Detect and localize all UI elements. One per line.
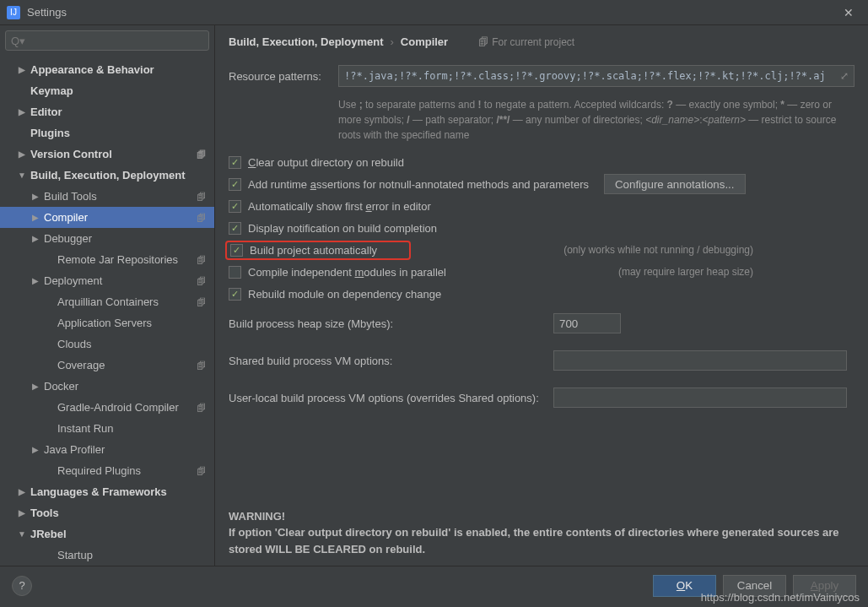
project-badge-icon: 🗐: [197, 297, 206, 307]
sidebar-item-instant-run[interactable]: Instant Run: [0, 418, 214, 439]
sidebar-item-label: Instant Run: [57, 422, 114, 435]
notify-label: Display notification on build completion: [248, 222, 437, 235]
close-icon[interactable]: ✕: [836, 6, 861, 19]
shared-vm-label: Shared build process VM options:: [229, 355, 553, 367]
auto-error-checkbox[interactable]: [229, 200, 241, 213]
tree-arrow-icon[interactable]: ▶: [30, 234, 40, 243]
tree-arrow-icon[interactable]: ▶: [17, 508, 27, 518]
expand-icon[interactable]: ⤢: [840, 70, 849, 82]
for-current-project: 🗐For current project: [478, 36, 574, 48]
tree-arrow-icon[interactable]: ▼: [17, 529, 27, 539]
sidebar-item-label: Clouds: [57, 338, 91, 350]
sidebar-item-jrebel[interactable]: ▼JRebel: [0, 523, 214, 545]
sidebar-item-label: Plugins: [30, 127, 70, 139]
auto-build-row: Build project automatically (only works …: [229, 240, 855, 260]
sidebar-item-clouds[interactable]: Clouds: [0, 333, 214, 355]
rebuild-dep-row: Rebuild module on dependency change: [229, 284, 855, 304]
sidebar-item-arquillian-containers[interactable]: Arquillian Containers🗐: [0, 291, 214, 312]
project-badge-icon: 🗐: [197, 276, 206, 286]
parallel-row: Compile independent modules in parallel …: [229, 262, 855, 282]
project-badge-icon: 🗐: [197, 360, 206, 371]
local-vm-row: User-local build process VM options (ove…: [229, 388, 855, 408]
sidebar-item-debugger[interactable]: ▶Debugger: [0, 228, 214, 249]
sidebar-item-appearance-behavior[interactable]: ▶Appearance & Behavior: [0, 59, 214, 80]
tree-arrow-icon[interactable]: ▼: [17, 171, 27, 180]
sidebar-item-build-tools[interactable]: ▶Build Tools🗐: [0, 186, 214, 207]
sidebar-item-gradle-android-compiler[interactable]: Gradle-Android Compiler🗐: [0, 397, 214, 418]
sidebar-item-label: Keymap: [30, 84, 73, 97]
sidebar-item-label: Build Tools: [44, 190, 97, 203]
sidebar-item-label: Required Plugins: [57, 464, 141, 477]
titlebar: IJ Settings ✕: [0, 0, 868, 25]
content-panel: Build, Execution, Deployment › Compiler …: [215, 25, 868, 566]
sidebar-item-tools[interactable]: ▶Tools: [0, 502, 214, 523]
tree-arrow-icon[interactable]: ▶: [17, 107, 27, 117]
app-icon: IJ: [7, 6, 20, 19]
sidebar-item-docker[interactable]: ▶Docker: [0, 376, 214, 397]
sidebar-item-plugins[interactable]: Plugins: [0, 122, 214, 144]
sidebar-item-remote-jar-repositories[interactable]: Remote Jar Repositories🗐: [0, 249, 214, 270]
assertions-label: Add runtime assertions for notnull-annot…: [248, 178, 589, 191]
configure-annotations-button[interactable]: Configure annotations...: [604, 174, 746, 194]
warning-body: If option 'Clear output directory on reb…: [229, 526, 839, 556]
sidebar-item-coverage[interactable]: Coverage🗐: [0, 355, 214, 376]
tree-arrow-icon[interactable]: ▶: [30, 192, 40, 201]
project-badge-icon: 🗐: [197, 149, 206, 160]
tree-arrow-icon[interactable]: ▶: [17, 487, 27, 496]
tree-arrow-icon[interactable]: ▶: [30, 445, 40, 454]
sidebar-item-java-profiler[interactable]: ▶Java Profiler: [0, 439, 214, 460]
heap-row: Build process heap size (Mbytes):: [229, 313, 855, 333]
sidebar-item-editor[interactable]: ▶Editor: [0, 101, 214, 122]
sidebar-item-application-servers[interactable]: Application Servers: [0, 312, 214, 333]
sidebar-item-label: Compiler: [44, 211, 88, 224]
shared-vm-row: Shared build process VM options:: [229, 350, 855, 371]
sidebar-item-label: Debugger: [44, 232, 92, 245]
project-badge-icon: 🗐: [197, 192, 206, 202]
sidebar-item-required-plugins[interactable]: Required Plugins🗐: [0, 460, 214, 481]
breadcrumb: Build, Execution, Deployment › Compiler …: [229, 25, 855, 55]
sidebar-item-label: JRebel: [30, 528, 67, 540]
tree-arrow-icon[interactable]: ▶: [30, 382, 40, 391]
sidebar-item-label: Docker: [44, 380, 78, 393]
tree-arrow-icon[interactable]: ▶: [30, 213, 40, 222]
local-vm-input[interactable]: [553, 388, 847, 408]
notify-checkbox[interactable]: [229, 222, 241, 235]
tree-arrow-icon[interactable]: ▶: [17, 149, 27, 159]
help-button[interactable]: ?: [12, 576, 32, 596]
window-title: Settings: [27, 6, 836, 19]
sidebar-item-languages-frameworks[interactable]: ▶Languages & Frameworks: [0, 481, 214, 502]
local-vm-label: User-local build process VM options (ove…: [229, 392, 553, 404]
sidebar-item-label: Editor: [30, 106, 62, 118]
sidebar-item-label: Arquillian Containers: [57, 295, 159, 308]
tree-arrow-icon[interactable]: ▶: [30, 276, 40, 285]
settings-tree: ▶Appearance & BehaviorKeymap▶EditorPlugi…: [0, 56, 214, 566]
sidebar-item-compiler[interactable]: ▶Compiler🗐: [0, 207, 214, 228]
clear-output-label: Clear output directory on rebuild: [248, 156, 404, 169]
rebuild-dep-checkbox[interactable]: [229, 288, 241, 301]
auto-build-highlight: Build project automatically: [225, 241, 411, 260]
assertions-checkbox[interactable]: [229, 178, 241, 191]
sidebar-item-build-execution-deployment[interactable]: ▼Build, Execution, Deployment: [0, 165, 214, 186]
parallel-checkbox[interactable]: [229, 266, 241, 279]
auto-build-checkbox[interactable]: [230, 244, 243, 257]
sidebar-item-label: Coverage: [57, 359, 105, 371]
search-input[interactable]: Q▾: [5, 30, 209, 51]
breadcrumb-separator: ›: [390, 35, 393, 48]
breadcrumb-main[interactable]: Build, Execution, Deployment: [229, 35, 383, 48]
sidebar-item-label: Remote Jar Repositories: [57, 253, 178, 266]
tree-arrow-icon[interactable]: ▶: [17, 65, 27, 74]
sidebar-item-deployment[interactable]: ▶Deployment🗐: [0, 270, 214, 291]
shared-vm-input[interactable]: [553, 350, 847, 371]
clear-output-checkbox[interactable]: [229, 156, 241, 169]
sidebar-item-startup[interactable]: Startup: [0, 545, 214, 566]
sidebar: Q▾ ▶Appearance & BehaviorKeymap▶EditorPl…: [0, 25, 215, 566]
sidebar-item-label: Application Servers: [57, 317, 152, 329]
auto-error-row: Automatically show first error in editor: [229, 196, 855, 216]
project-badge-icon: 🗐: [197, 213, 206, 223]
rebuild-dep-label: Rebuild module on dependency change: [248, 288, 441, 301]
sidebar-item-label: Version Control: [30, 148, 112, 160]
sidebar-item-version-control[interactable]: ▶Version Control🗐: [0, 144, 214, 165]
heap-input[interactable]: [553, 313, 621, 333]
resource-patterns-input[interactable]: !?*.java;!?*.form;!?*.class;!?*.groovy;!…: [338, 65, 855, 87]
sidebar-item-keymap[interactable]: Keymap: [0, 80, 214, 101]
